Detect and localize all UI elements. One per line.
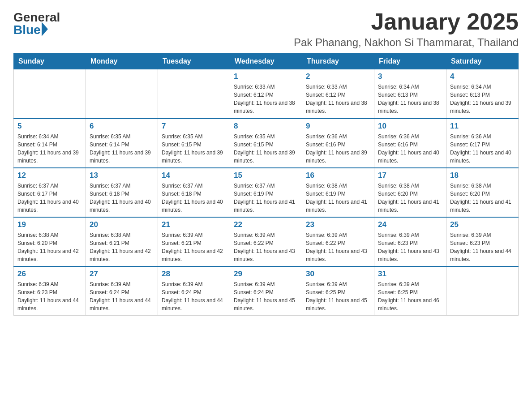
day-info: Sunrise: 6:37 AMSunset: 6:17 PMDaylight:… (17, 182, 82, 214)
day-info: Sunrise: 6:39 AMSunset: 6:23 PMDaylight:… (378, 231, 442, 263)
day-number: 2 (306, 72, 370, 81)
day-number: 7 (162, 122, 226, 131)
title-area: January 2025 Pak Phanang, Nakhon Si Tham… (294, 9, 519, 49)
day-number: 26 (17, 270, 82, 278)
day-number: 5 (17, 122, 82, 131)
calendar-cell (446, 266, 519, 316)
calendar-cell: 5Sunrise: 6:34 AMSunset: 6:14 PMDaylight… (14, 119, 86, 168)
header-thursday: Thursday (302, 54, 374, 69)
calendar-cell: 21Sunrise: 6:39 AMSunset: 6:21 PMDayligh… (158, 217, 230, 266)
header-friday: Friday (374, 54, 446, 69)
day-number: 24 (378, 220, 442, 229)
calendar-cell: 14Sunrise: 6:37 AMSunset: 6:18 PMDayligh… (158, 168, 230, 217)
header-sunday: Sunday (14, 54, 86, 69)
day-info: Sunrise: 6:35 AMSunset: 6:14 PMDaylight:… (90, 133, 154, 165)
week-row-2: 5Sunrise: 6:34 AMSunset: 6:14 PMDaylight… (14, 119, 519, 168)
day-number: 1 (234, 72, 298, 81)
day-number: 25 (450, 220, 515, 229)
day-info: Sunrise: 6:39 AMSunset: 6:22 PMDaylight:… (234, 231, 298, 263)
calendar-cell: 10Sunrise: 6:36 AMSunset: 6:16 PMDayligh… (374, 119, 446, 168)
day-info: Sunrise: 6:33 AMSunset: 6:12 PMDaylight:… (234, 83, 298, 115)
day-number: 12 (17, 171, 82, 180)
day-info: Sunrise: 6:34 AMSunset: 6:13 PMDaylight:… (378, 83, 442, 115)
calendar-cell: 2Sunrise: 6:33 AMSunset: 6:12 PMDaylight… (302, 69, 374, 119)
day-number: 30 (306, 270, 370, 278)
day-info: Sunrise: 6:39 AMSunset: 6:25 PMDaylight:… (306, 280, 370, 313)
calendar-cell: 17Sunrise: 6:38 AMSunset: 6:20 PMDayligh… (374, 168, 446, 217)
day-info: Sunrise: 6:38 AMSunset: 6:21 PMDaylight:… (90, 231, 154, 263)
day-number: 22 (234, 220, 298, 229)
calendar-cell: 4Sunrise: 6:34 AMSunset: 6:13 PMDaylight… (446, 69, 519, 119)
logo-triangle-icon (42, 22, 48, 36)
day-info: Sunrise: 6:39 AMSunset: 6:24 PMDaylight:… (90, 280, 154, 313)
calendar-cell: 23Sunrise: 6:39 AMSunset: 6:22 PMDayligh… (302, 217, 374, 266)
day-number: 4 (450, 72, 515, 81)
day-info: Sunrise: 6:39 AMSunset: 6:24 PMDaylight:… (234, 280, 298, 313)
day-info: Sunrise: 6:39 AMSunset: 6:22 PMDaylight:… (306, 231, 370, 263)
day-number: 21 (162, 220, 226, 229)
logo-blue-text: Blue (13, 24, 41, 36)
calendar-header-row: SundayMondayTuesdayWednesdayThursdayFrid… (14, 54, 519, 69)
day-number: 31 (378, 270, 442, 278)
logo: General Blue (13, 9, 60, 36)
day-info: Sunrise: 6:38 AMSunset: 6:20 PMDaylight:… (378, 182, 442, 214)
day-number: 14 (162, 171, 226, 180)
calendar-cell: 28Sunrise: 6:39 AMSunset: 6:24 PMDayligh… (158, 266, 230, 316)
calendar-cell: 11Sunrise: 6:36 AMSunset: 6:17 PMDayligh… (446, 119, 519, 168)
calendar-cell: 12Sunrise: 6:37 AMSunset: 6:17 PMDayligh… (14, 168, 86, 217)
month-title: January 2025 (294, 9, 519, 34)
header-wednesday: Wednesday (230, 54, 302, 69)
day-info: Sunrise: 6:39 AMSunset: 6:25 PMDaylight:… (378, 280, 442, 313)
calendar-cell: 16Sunrise: 6:38 AMSunset: 6:19 PMDayligh… (302, 168, 374, 217)
calendar-cell: 19Sunrise: 6:38 AMSunset: 6:20 PMDayligh… (14, 217, 86, 266)
day-info: Sunrise: 6:34 AMSunset: 6:13 PMDaylight:… (450, 83, 515, 115)
day-number: 10 (378, 122, 442, 131)
day-info: Sunrise: 6:35 AMSunset: 6:15 PMDaylight:… (162, 133, 226, 165)
header-saturday: Saturday (446, 54, 519, 69)
calendar-cell: 22Sunrise: 6:39 AMSunset: 6:22 PMDayligh… (230, 217, 302, 266)
day-info: Sunrise: 6:36 AMSunset: 6:16 PMDaylight:… (306, 133, 370, 165)
day-number: 9 (306, 122, 370, 131)
week-row-3: 12Sunrise: 6:37 AMSunset: 6:17 PMDayligh… (14, 168, 519, 217)
calendar-cell: 1Sunrise: 6:33 AMSunset: 6:12 PMDaylight… (230, 69, 302, 119)
day-number: 19 (17, 220, 82, 229)
calendar-cell: 24Sunrise: 6:39 AMSunset: 6:23 PMDayligh… (374, 217, 446, 266)
calendar-cell: 31Sunrise: 6:39 AMSunset: 6:25 PMDayligh… (374, 266, 446, 316)
day-info: Sunrise: 6:38 AMSunset: 6:20 PMDaylight:… (450, 182, 515, 214)
day-info: Sunrise: 6:33 AMSunset: 6:12 PMDaylight:… (306, 83, 370, 115)
day-number: 27 (90, 270, 154, 278)
calendar-cell: 6Sunrise: 6:35 AMSunset: 6:14 PMDaylight… (86, 119, 158, 168)
week-row-1: 1Sunrise: 6:33 AMSunset: 6:12 PMDaylight… (14, 69, 519, 119)
day-number: 28 (162, 270, 226, 278)
calendar-cell: 18Sunrise: 6:38 AMSunset: 6:20 PMDayligh… (446, 168, 519, 217)
calendar-cell: 26Sunrise: 6:39 AMSunset: 6:23 PMDayligh… (14, 266, 86, 316)
header-tuesday: Tuesday (158, 54, 230, 69)
week-row-4: 19Sunrise: 6:38 AMSunset: 6:20 PMDayligh… (14, 217, 519, 266)
day-number: 3 (378, 72, 442, 81)
calendar-cell (158, 69, 230, 119)
day-number: 29 (234, 270, 298, 278)
calendar-cell: 20Sunrise: 6:38 AMSunset: 6:21 PMDayligh… (86, 217, 158, 266)
day-info: Sunrise: 6:39 AMSunset: 6:23 PMDaylight:… (450, 231, 515, 263)
calendar-cell: 3Sunrise: 6:34 AMSunset: 6:13 PMDaylight… (374, 69, 446, 119)
calendar-cell: 25Sunrise: 6:39 AMSunset: 6:23 PMDayligh… (446, 217, 519, 266)
location-title: Pak Phanang, Nakhon Si Thammarat, Thaila… (294, 36, 519, 49)
day-info: Sunrise: 6:38 AMSunset: 6:20 PMDaylight:… (17, 231, 82, 263)
calendar-table: SundayMondayTuesdayWednesdayThursdayFrid… (13, 53, 519, 316)
calendar-cell: 7Sunrise: 6:35 AMSunset: 6:15 PMDaylight… (158, 119, 230, 168)
calendar-cell: 13Sunrise: 6:37 AMSunset: 6:18 PMDayligh… (86, 168, 158, 217)
calendar-cell: 30Sunrise: 6:39 AMSunset: 6:25 PMDayligh… (302, 266, 374, 316)
calendar-cell: 27Sunrise: 6:39 AMSunset: 6:24 PMDayligh… (86, 266, 158, 316)
calendar-cell (14, 69, 86, 119)
day-number: 15 (234, 171, 298, 180)
day-info: Sunrise: 6:37 AMSunset: 6:18 PMDaylight:… (90, 182, 154, 214)
header: General Blue January 2025 Pak Phanang, N… (13, 9, 519, 49)
day-number: 6 (90, 122, 154, 131)
day-number: 17 (378, 171, 442, 180)
calendar-cell: 29Sunrise: 6:39 AMSunset: 6:24 PMDayligh… (230, 266, 302, 316)
calendar-cell: 15Sunrise: 6:37 AMSunset: 6:19 PMDayligh… (230, 168, 302, 217)
day-info: Sunrise: 6:38 AMSunset: 6:19 PMDaylight:… (306, 182, 370, 214)
day-number: 23 (306, 220, 370, 229)
day-info: Sunrise: 6:36 AMSunset: 6:16 PMDaylight:… (378, 133, 442, 165)
day-info: Sunrise: 6:39 AMSunset: 6:24 PMDaylight:… (162, 280, 226, 313)
